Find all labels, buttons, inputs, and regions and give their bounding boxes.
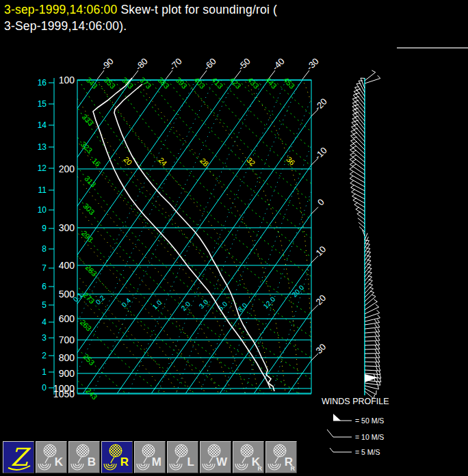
plot-label: 293	[80, 229, 94, 243]
right-temperature-labels: -20-100102030	[311, 96, 329, 360]
plot-label: 0.2	[94, 293, 107, 306]
toolbar-button-letter: R	[120, 455, 129, 469]
plot-label: -90	[99, 56, 116, 72]
plot-label: 12.0	[262, 295, 277, 310]
plot-label: 453	[282, 75, 296, 90]
z-logo-icon: Z	[4, 443, 34, 473]
plot-label: -20	[313, 96, 329, 113]
plot-label: 20	[313, 293, 328, 307]
plot-label: 0	[42, 383, 47, 393]
plot-label: 13	[38, 142, 47, 152]
plot-label: 4	[42, 317, 47, 327]
plot-label: 15	[38, 99, 47, 109]
plot-label: = 5 M/S	[355, 448, 380, 456]
plot-label: = 50 M/S	[355, 416, 384, 425]
plot-label: -70	[168, 56, 184, 72]
plot-label: 16	[38, 78, 47, 88]
toolbar-button-k[interactable]: K	[36, 441, 67, 473]
plot-label: WINDS PROFILE	[322, 397, 389, 406]
plot-border	[77, 80, 311, 393]
plot-label: -10	[313, 145, 329, 161]
plot-label: 30	[313, 341, 328, 356]
plot-label: 12	[38, 163, 47, 173]
moist-adiabat-labels: 162024283236	[90, 155, 296, 168]
plot-label: 700	[59, 334, 75, 345]
plot-label: -40	[270, 56, 287, 72]
dewpoint-trace	[93, 78, 270, 388]
title-line-2: 3-Sep-1999,14:06:00).	[4, 18, 277, 34]
plot-label: 383	[156, 75, 170, 90]
toolbar-button-letter: L	[187, 455, 194, 469]
plot-label: 36	[285, 155, 296, 167]
toolbar-button-subscript: R	[258, 465, 263, 472]
plot-label: 24	[157, 156, 168, 168]
plot-label: 8.0	[237, 301, 249, 313]
skewt-gridlines	[0, 75, 468, 398]
sounding-traces	[93, 78, 274, 391]
plot-label: 443	[264, 75, 278, 90]
plot-label: 800	[59, 352, 75, 363]
skewt-plot: 1002003004005006007008009001000105001234…	[0, 0, 468, 476]
plot-label: 1.0	[151, 298, 164, 310]
app-window: { "title": { "timestamp": "3-sep-1999,14…	[0, 0, 468, 476]
plot-label: 413	[210, 75, 224, 90]
toolbar-button-w[interactable]: W	[200, 441, 231, 473]
toolbar-button-letter: K	[55, 455, 63, 469]
plot-label: 11	[38, 185, 47, 195]
plot-label: 5	[42, 300, 47, 310]
height-axis: 012345678910111213141516	[38, 78, 54, 395]
plot-label: -60	[202, 56, 218, 72]
plot-label: 900	[59, 368, 75, 379]
plot-label: 373	[138, 75, 153, 90]
plot-label: 333	[81, 112, 95, 127]
plot-label: 273	[81, 291, 96, 305]
toolbar-button-r-r[interactable]: RR	[265, 441, 297, 473]
plot-label: 1	[42, 367, 47, 377]
plot-label: 433	[246, 75, 260, 90]
toolbar-button-letter: M	[152, 455, 161, 469]
plot-label: 353	[103, 75, 117, 90]
plot-label: 5.0	[217, 300, 229, 312]
plot-label: 400	[59, 260, 75, 271]
plot-label: 7	[42, 263, 47, 273]
plot-label: 323	[79, 140, 94, 155]
plot-label: 0	[315, 197, 326, 208]
plot-label: 9	[42, 224, 47, 233]
toolbar-button-k-r[interactable]: KR	[233, 441, 264, 473]
title-timestamp: 3-sep-1999,14:06:00	[4, 3, 117, 16]
plot-label: 28	[198, 157, 210, 168]
toolbar-button-subscript: R	[291, 465, 296, 472]
toolbar-button-l[interactable]: L	[167, 441, 198, 473]
title-text: Skew-t plot for sounding/roi (	[117, 3, 277, 16]
plot-label: 6	[42, 282, 47, 291]
plot-label: 303	[81, 202, 96, 216]
title-line-1: 3-sep-1999,14:06:00 Skew-t plot for soun…	[4, 1, 277, 18]
toolbar-button-m[interactable]: M	[134, 441, 166, 473]
plot-label: 10	[313, 244, 328, 259]
toolbar-button-letter: W	[216, 455, 227, 469]
toolbar-button-b[interactable]: B	[68, 441, 100, 473]
plot-label: 0.4	[120, 296, 133, 308]
plot-label: 3	[42, 333, 47, 343]
plot-label: 20.0	[291, 283, 306, 298]
plot-label: 253	[81, 352, 96, 367]
plot-label: 393	[174, 75, 189, 90]
plot-label: 32	[245, 156, 257, 168]
plot-label: 14	[38, 120, 47, 130]
pressure-axis: 10020030040050060070080090010001050	[53, 75, 75, 399]
plot-label: -30	[304, 56, 321, 72]
plot-label: 200	[59, 163, 75, 174]
toolbar-button-letter: B	[88, 455, 96, 469]
plot-label: 300	[59, 222, 75, 233]
wind-profile	[350, 70, 381, 399]
plot-label: 423	[228, 75, 242, 90]
plot-label: 2	[42, 351, 47, 360]
plot-label: 343	[84, 75, 99, 90]
plot-label: 600	[59, 313, 75, 324]
toolbar-button-logo-z[interactable]: Z	[3, 441, 34, 473]
plot-label: 313	[83, 174, 97, 189]
plot-label: 8	[42, 244, 47, 254]
plot-label: -50	[236, 56, 252, 72]
window-title: 3-sep-1999,14:06:00 Skew-t plot for soun…	[4, 1, 277, 34]
toolbar-button-r[interactable]: R	[101, 441, 133, 473]
